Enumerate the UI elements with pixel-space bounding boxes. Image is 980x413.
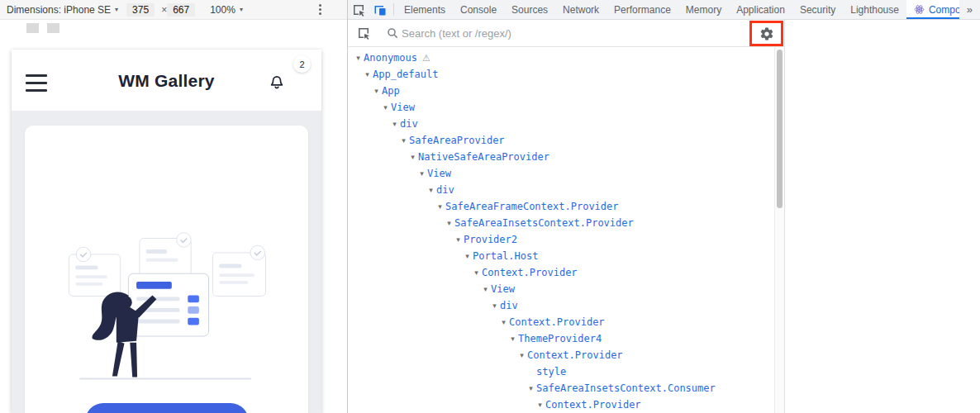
tree-row[interactable]: ▾ App — [348, 83, 774, 99]
primary-action-button[interactable] — [85, 403, 249, 413]
page-placeholder-box — [26, 23, 39, 33]
react-atom-icon — [914, 4, 925, 15]
device-type-select[interactable]: Dimensions: iPhone SE ▾ — [7, 4, 118, 16]
device-toolbar-toggle[interactable] — [369, 0, 391, 19]
height-input[interactable]: 667 — [167, 3, 195, 17]
tree-row[interactable]: ▾ div — [348, 116, 774, 132]
tree-row[interactable]: ▾ View — [348, 281, 774, 297]
devtools-tab-memory[interactable]: Memory — [678, 0, 729, 19]
chevron-down-icon[interactable]: ▾ — [407, 153, 418, 161]
tree-row[interactable]: ▾ View — [348, 165, 774, 182]
divider — [393, 3, 394, 16]
devtools-tab-lighthouse[interactable]: Lighthouse — [843, 0, 906, 19]
tree-row[interactable]: ▾ Context.Provider — [348, 264, 774, 281]
tree-scrollbar[interactable] — [774, 47, 784, 413]
devtools-tab-label: Security — [800, 4, 835, 16]
settings-button[interactable] — [759, 26, 774, 41]
content-card — [25, 126, 308, 413]
chevron-down-icon[interactable]: ▾ — [526, 384, 536, 392]
chevron-down-icon: ▾ — [240, 6, 243, 13]
chevron-down-icon[interactable]: ▾ — [444, 219, 454, 227]
search-input[interactable] — [402, 27, 730, 40]
chevron-down-icon[interactable]: ▾ — [480, 285, 491, 293]
chevron-down-icon[interactable]: ▾ — [389, 120, 400, 128]
component-name: Context.Provider — [545, 399, 641, 411]
tree-row[interactable]: ▾ App_default — [348, 66, 774, 83]
component-name: NativeSafeAreaProvider — [418, 151, 549, 163]
warning-icon: ⚠ — [422, 53, 431, 64]
tree-row[interactable]: ▾ Context.Provider — [348, 347, 774, 363]
chevron-down-icon[interactable]: ▾ — [362, 70, 373, 78]
chevron-down-icon[interactable]: ▾ — [416, 169, 427, 178]
more-tabs-button[interactable]: » — [959, 0, 980, 19]
tree-row[interactable]: ▾ div — [348, 297, 774, 314]
kebab-menu-button[interactable] — [316, 2, 324, 17]
tree-row[interactable]: ▾ SafeAreaProvider — [348, 132, 774, 149]
component-name: View — [427, 168, 451, 179]
chevron-down-icon[interactable]: ▾ — [471, 268, 482, 277]
devtools-tab-application[interactable]: Application — [729, 0, 792, 19]
zoom-select[interactable]: 100% ▾ — [210, 4, 243, 16]
width-input[interactable]: 375 — [126, 3, 155, 17]
devtools-tab-console[interactable]: Console — [453, 0, 504, 19]
tree-row[interactable]: ▾ div — [348, 182, 774, 198]
device-toolbar-icon — [373, 3, 387, 17]
devtools-tab-elements[interactable]: Elements — [397, 0, 453, 19]
devtools-tab-strip: Elements Console Sources Network Perform… — [397, 0, 959, 19]
component-name: Portal.Host — [473, 250, 538, 262]
chevron-down-icon[interactable]: ▾ — [435, 202, 445, 211]
tree-row[interactable]: ▾ NativeSafeAreaProvider — [348, 149, 774, 165]
tree-row[interactable]: ▾ style — [348, 363, 774, 380]
component-name: Provider2 — [464, 234, 517, 245]
chevron-down-icon[interactable]: ▾ — [498, 318, 509, 326]
chevron-down-icon[interactable]: ▾ — [371, 87, 382, 95]
tree-row[interactable]: ▾ Anonymous ⚠ — [348, 50, 774, 66]
chevron-down-icon[interactable]: ▾ — [453, 235, 464, 244]
chevron-down-icon[interactable]: ▾ — [380, 103, 391, 112]
tree-row[interactable]: ▾ SafeAreaInsetsContext.Consumer — [348, 380, 774, 396]
component-name: SafeAreaInsetsContext.Consumer — [536, 382, 716, 394]
inspect-element-button[interactable] — [348, 0, 369, 19]
overflow-chevron-icon: » — [967, 3, 973, 16]
notifications-button[interactable] — [267, 72, 287, 92]
devtools-tab-performance[interactable]: Performance — [607, 0, 678, 19]
zoom-value: 100% — [210, 4, 235, 16]
component-name: Context.Provider — [482, 267, 578, 278]
dimensions-separator: × — [161, 4, 167, 16]
component-name: ThemeProvider4 — [518, 333, 602, 344]
component-tree: ▾ Anonymous ⚠ ▾ App_default ▾ App ▾ View… — [348, 47, 774, 413]
chevron-down-icon[interactable]: ▾ — [398, 136, 409, 145]
tree-row[interactable]: ▾ ThemeProvider4 — [348, 330, 774, 347]
devtools-tab-sources[interactable]: Sources — [504, 0, 555, 19]
chevron-down-icon[interactable]: ▾ — [426, 186, 436, 194]
component-name: SafeAreaFrameContext.Provider — [445, 201, 619, 212]
tree-row[interactable]: ▾ Portal.Host — [348, 248, 774, 264]
chevron-down-icon[interactable]: ▾ — [507, 335, 518, 343]
tree-row[interactable]: ▾ View — [348, 99, 774, 116]
chevron-down-icon[interactable]: ▾ — [462, 252, 473, 260]
chevron-down-icon[interactable]: ▾ — [516, 351, 527, 359]
scrollbar-thumb[interactable] — [777, 50, 783, 208]
dimensions-label: Dimensions: iPhone SE — [7, 4, 111, 16]
chevron-down-icon: ▾ — [115, 6, 118, 13]
tree-row[interactable]: ▾ Context.Provider — [348, 396, 774, 413]
chevron-down-icon[interactable]: ▾ — [535, 401, 545, 409]
pick-component-button[interactable] — [353, 26, 374, 40]
tree-row[interactable]: ▾ Provider2 — [348, 231, 774, 248]
devtools-tab-network[interactable]: Network — [555, 0, 607, 19]
tree-row[interactable]: ▾ SafeAreaInsetsContext.Provider — [348, 215, 774, 231]
components-tree-pane: ▾ Anonymous ⚠ ▾ App_default ▾ App ▾ View… — [348, 20, 784, 413]
element-picker-icon — [357, 26, 370, 40]
devtools-tab-components[interactable]: Components — [906, 0, 959, 19]
notification-badge: 2 — [293, 55, 311, 73]
tree-row[interactable]: ▾ SafeAreaFrameContext.Provider — [348, 198, 774, 215]
component-name: div — [400, 118, 418, 130]
chevron-down-icon[interactable]: ▾ — [353, 54, 364, 62]
chevron-down-icon[interactable]: ▾ — [489, 301, 500, 310]
devtools-tab-security[interactable]: Security — [792, 0, 843, 19]
component-name: Anonymous — [364, 52, 417, 64]
component-name: View — [491, 283, 515, 295]
device-pane: Dimensions: iPhone SE ▾ 375 × 667 100% ▾… — [0, 0, 347, 413]
devtools-tab-label: Network — [563, 4, 599, 16]
tree-row[interactable]: ▾ Context.Provider — [348, 314, 774, 330]
